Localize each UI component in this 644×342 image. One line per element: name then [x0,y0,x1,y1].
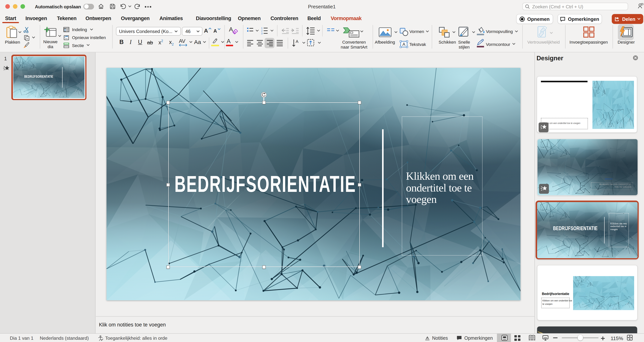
svg-text:3: 3 [261,32,262,34]
svg-text:A: A [296,39,298,44]
svg-text:1: 1 [261,27,262,30]
svg-text:A: A [402,42,406,47]
svg-text:2: 2 [261,30,262,32]
